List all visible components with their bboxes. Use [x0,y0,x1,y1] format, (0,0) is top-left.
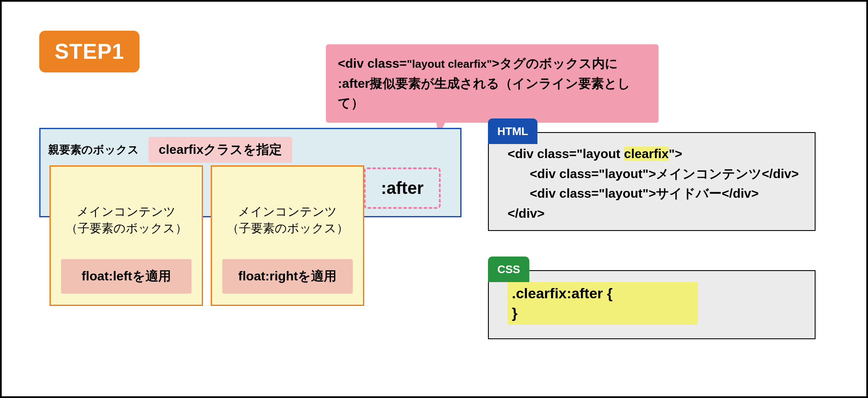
child-box-right: メインコンテンツ （子要素のボックス） float:rightを適用 [211,165,364,306]
child-right-title: メインコンテンツ （子要素のボックス） [212,203,363,236]
html-line-2: <div class="layout">メインコンテンツ</div> [508,164,802,184]
clearfix-class-pill: clearfixクラスを指定 [148,137,292,163]
step-badge: STEP1 [39,31,139,72]
callout-code-suffix: >タグのボックス内に [492,56,618,70]
callout-line-2: :after擬似要素が生成される（インライン要素として） [338,74,647,113]
html-panel-tag: HTML [488,118,537,144]
callout-code-attr: "layout clearfix" [407,58,492,70]
child-box-left: メインコンテンツ （子要素のボックス） float:leftを適用 [49,165,203,306]
parent-box-label: 親要素のボックス [48,142,139,157]
html-line1-post: "> [669,147,682,161]
parent-label-row: 親要素のボックス clearfixクラスを指定 [48,137,292,163]
child-right-title-line2: （子要素のボックス） [227,222,348,235]
callout-code-prefix: <div class= [338,56,407,70]
html-line-4: </div> [508,204,802,224]
html-clearfix-highlight: clearfix [624,147,669,161]
after-pseudo-pill: :after [364,167,441,209]
html-line-1: <div class="layout clearfix"> [508,144,802,164]
css-panel-tag: CSS [488,257,529,282]
diagram-canvas: STEP1 <div class="layout clearfix">タグのボッ… [0,0,868,398]
callout-bubble: <div class="layout clearfix">タグのボックス内に :… [326,44,659,123]
css-code-panel: CSS .clearfix:after { } [488,270,816,339]
float-right-pill: float:rightを適用 [222,259,353,294]
callout-line-1: <div class="layout clearfix">タグのボックス内に [338,54,647,74]
html-line1-pre: <div class="layout [508,147,624,161]
child-right-title-line1: メインコンテンツ [238,205,337,218]
child-left-title-line2: （子要素のボックス） [66,222,187,235]
child-left-title-line1: メインコンテンツ [77,205,176,218]
child-left-title: メインコンテンツ （子要素のボックス） [51,203,202,236]
html-line-3: <div class="layout">サイドバー</div> [508,184,802,204]
html-code-panel: HTML <div class="layout clearfix"> <div … [488,132,816,231]
css-code-block: .clearfix:after { } [508,282,698,325]
float-left-pill: float:leftを適用 [61,259,192,294]
